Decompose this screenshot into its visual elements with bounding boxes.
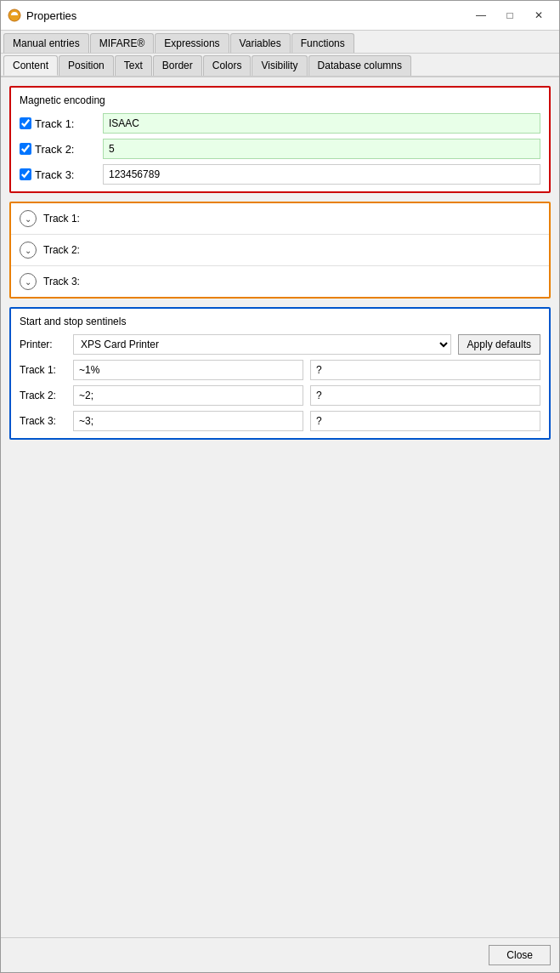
printer-select[interactable]: XPS Card Printer <box>73 334 451 355</box>
track-dropdown-3-label: Track 3: <box>43 276 80 287</box>
track1-checkbox-label[interactable]: Track 1: <box>20 117 96 130</box>
sentinel-track2-end[interactable] <box>310 385 540 406</box>
magnetic-track3-row: Track 3: <box>20 164 540 185</box>
track1-chevron-button[interactable]: ⌄ <box>20 210 37 227</box>
track2-input[interactable] <box>103 139 540 159</box>
sentinel-track3-end[interactable] <box>310 411 540 431</box>
tab-row-2: Content Position Text Border Colors Visi… <box>1 54 559 77</box>
footer: Close <box>1 937 559 972</box>
track3-label: Track 3: <box>35 168 74 181</box>
magnetic-track2-row: Track 2: <box>20 139 540 159</box>
tab-text[interactable]: Text <box>115 55 152 76</box>
track2-chevron-button[interactable]: ⌄ <box>20 242 37 259</box>
sentinels-section: Start and stop sentinels Printer: XPS Ca… <box>9 307 551 440</box>
content-area: Magnetic encoding Track 1: Track 2: <box>1 77 559 937</box>
tab-colors[interactable]: Colors <box>203 55 252 76</box>
track-dropdown-1-row: ⌄ Track 1: <box>11 203 549 235</box>
title-buttons: — □ ✕ <box>467 6 552 25</box>
track3-input[interactable] <box>103 164 540 185</box>
printer-row: Printer: XPS Card Printer Apply defaults <box>20 334 540 355</box>
track-dropdown-2-row: ⌄ Track 2: <box>11 235 549 266</box>
track3-checkbox-label[interactable]: Track 3: <box>20 168 96 181</box>
tab-functions[interactable]: Functions <box>291 33 354 53</box>
minimize-button[interactable]: — <box>467 6 495 25</box>
sentinel-track1-row: Track 1: <box>20 360 540 380</box>
track3-checkbox[interactable] <box>20 168 31 180</box>
printer-label: Printer: <box>20 339 66 350</box>
track-dropdowns-section: ⌄ Track 1: ⌄ Track 2: ⌄ Track 3: <box>9 202 551 299</box>
track1-input[interactable] <box>103 113 540 134</box>
tab-expressions[interactable]: Expressions <box>155 33 229 53</box>
track1-checkbox[interactable] <box>20 117 31 129</box>
sentinel-track3-row: Track 3: <box>20 411 540 431</box>
window-title: Properties <box>26 9 76 22</box>
sentinel-track3-label: Track 3: <box>20 415 66 427</box>
track-dropdown-3-row: ⌄ Track 3: <box>11 266 549 297</box>
track2-checkbox[interactable] <box>20 143 31 155</box>
apply-defaults-button[interactable]: Apply defaults <box>458 334 540 355</box>
tab-content[interactable]: Content <box>3 55 58 76</box>
track-dropdown-1-label: Track 1: <box>43 213 80 225</box>
tab-border[interactable]: Border <box>153 55 202 76</box>
track3-chevron-button[interactable]: ⌄ <box>20 273 37 290</box>
sentinel-track2-start[interactable] <box>73 385 303 406</box>
sentinel-track2-row: Track 2: <box>20 385 540 406</box>
sentinels-title: Start and stop sentinels <box>20 316 540 327</box>
sentinel-track1-end[interactable] <box>310 360 540 380</box>
tab-mifare[interactable]: MIFARE® <box>90 33 155 53</box>
window-close-button[interactable]: ✕ <box>525 6 552 25</box>
magnetic-encoding-title: Magnetic encoding <box>20 94 540 106</box>
sentinel-track3-start[interactable] <box>73 411 303 431</box>
tab-database-columns[interactable]: Database columns <box>308 55 411 76</box>
title-bar-left: Properties <box>8 9 76 22</box>
sentinel-track2-label: Track 2: <box>20 390 66 401</box>
magnetic-encoding-section: Magnetic encoding Track 1: Track 2: <box>9 86 551 193</box>
track2-label: Track 2: <box>35 143 74 156</box>
tab-variables[interactable]: Variables <box>230 33 291 53</box>
properties-window: Properties — □ ✕ Manual entries MIFARE® … <box>0 0 560 973</box>
maximize-button[interactable]: □ <box>496 6 523 25</box>
tab-position[interactable]: Position <box>59 55 114 76</box>
app-icon <box>8 9 21 22</box>
track2-checkbox-label[interactable]: Track 2: <box>20 143 96 156</box>
tab-manual-entries[interactable]: Manual entries <box>3 33 89 53</box>
track1-label: Track 1: <box>35 117 74 130</box>
close-button[interactable]: Close <box>489 945 551 965</box>
tab-row-1: Manual entries MIFARE® Expressions Varia… <box>1 31 559 54</box>
magnetic-track1-row: Track 1: <box>20 113 540 134</box>
sentinel-track1-start[interactable] <box>73 360 303 380</box>
sentinel-track1-label: Track 1: <box>20 364 66 376</box>
track-dropdown-2-label: Track 2: <box>43 244 80 256</box>
tab-visibility[interactable]: Visibility <box>252 55 307 76</box>
title-bar: Properties — □ ✕ <box>1 1 559 31</box>
